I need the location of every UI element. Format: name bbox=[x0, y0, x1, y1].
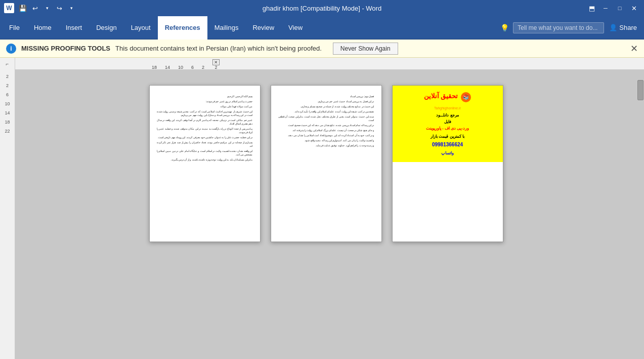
ad-line3: ورد-پی دی اف - پاورپوینت bbox=[398, 126, 498, 131]
page-2: فصل دوم: بررسی اسناد در این فصل به بررسی… bbox=[271, 85, 382, 242]
page-3: 📚 تحقیق آنلاین Tahghighonline.ir مرجع دا… bbox=[392, 85, 503, 242]
close-button[interactable]: ✕ bbox=[628, 2, 640, 14]
ad-line4: با کمترین قیمت بازار bbox=[398, 134, 498, 139]
tab-view[interactable]: View bbox=[281, 16, 310, 39]
tab-insert[interactable]: Insert bbox=[59, 16, 90, 39]
word-icon: W bbox=[4, 3, 14, 13]
ruler-horizontal-area: ⌐ 18 14 10 6 2 ✕ 2 bbox=[0, 58, 644, 70]
notification-close-button[interactable]: ✕ bbox=[630, 44, 638, 53]
notification-bar: i MISSING PROOFING TOOLS This document c… bbox=[0, 39, 644, 58]
tab-design[interactable]: Design bbox=[89, 16, 123, 39]
tab-file[interactable]: File bbox=[2, 16, 27, 39]
tab-home[interactable]: Home bbox=[27, 16, 59, 39]
ruler-mark-2b: ✕ 2 bbox=[212, 60, 220, 70]
info-icon: i bbox=[6, 44, 16, 54]
ad-line1: مرجع دانلـــود bbox=[398, 112, 498, 118]
tab-stop-icon: ⌐ bbox=[6, 61, 9, 67]
ad-line2: فایل bbox=[398, 119, 498, 125]
never-show-again-button[interactable]: Never Show Again bbox=[333, 43, 398, 55]
redo-button[interactable]: ↪ bbox=[54, 3, 65, 14]
tab-review[interactable]: Review bbox=[245, 16, 281, 39]
vruler-mark-6: 6 bbox=[6, 90, 9, 99]
vruler-mark-10: 10 bbox=[5, 99, 10, 108]
main-area: 2 2 6 10 14 18 22 بسم الله الرحمن الرحیم… bbox=[0, 70, 644, 359]
ruler-vertical: 2 2 6 10 14 18 22 bbox=[0, 70, 15, 359]
title-bar-controls: ⬒ ─ □ ✕ bbox=[586, 2, 640, 14]
title-bar: W 💾 ↩ ▾ ↪ ▾ ghadir khom [Compatibility M… bbox=[0, 0, 644, 16]
page-3-ad: 📚 تحقیق آنلاین Tahghighonline.ir مرجع دا… bbox=[393, 86, 503, 162]
vruler-mark-2a: 2 bbox=[6, 72, 9, 81]
search-input[interactable] bbox=[513, 22, 604, 33]
ruler-mark-2a: 2 bbox=[202, 65, 204, 70]
restore-button[interactable]: □ bbox=[614, 2, 626, 14]
canvas-area[interactable]: بسم الله الرحمن الرحیم حضرت پیامبر اسلام… bbox=[15, 70, 637, 359]
ad-messenger: واتساپ bbox=[398, 150, 498, 156]
page-1: بسم الله الرحمن الرحیم حضرت پیامبر اسلام… bbox=[149, 85, 261, 242]
page-1-content: بسم الله الرحمن الرحیم حضرت پیامبر اسلام… bbox=[150, 86, 260, 172]
title-bar-title: ghadir khom [Compatibility Mode] - Word bbox=[263, 5, 381, 12]
ruler-mark-18: 18 bbox=[152, 65, 157, 70]
tab-mailings[interactable]: Mailings bbox=[207, 16, 246, 39]
undo-dropdown-button[interactable]: ▾ bbox=[41, 3, 53, 14]
notification-message: This document contains text in Persian (… bbox=[115, 45, 322, 52]
page-2-content: فصل دوم: بررسی اسناد در این فصل به بررسی… bbox=[271, 86, 381, 158]
quick-access-toolbar: 💾 ↩ ▾ ↪ ▾ bbox=[17, 3, 77, 14]
notification-title: MISSING PROOFING TOOLS bbox=[21, 45, 110, 52]
ruler-mark-6: 6 bbox=[191, 65, 194, 70]
ad-logo-icon: 📚 bbox=[461, 92, 471, 102]
title-bar-left: W 💾 ↩ ▾ ↪ ▾ bbox=[4, 3, 77, 14]
vruler-mark-22: 22 bbox=[5, 127, 10, 136]
ribbon-search-area: 💡 bbox=[500, 22, 604, 33]
ruler-mark-14: 14 bbox=[165, 65, 170, 70]
vruler-mark-14: 14 bbox=[5, 108, 10, 117]
save-button[interactable]: 💾 bbox=[17, 3, 28, 14]
customize-button[interactable]: ▾ bbox=[66, 3, 77, 14]
title-bar-background-icon: ⬒ bbox=[586, 3, 597, 14]
tab-layout[interactable]: Layout bbox=[124, 16, 158, 39]
ruler-mark-10: 10 bbox=[178, 65, 183, 70]
share-button[interactable]: 👤 Share bbox=[604, 22, 642, 33]
undo-button[interactable]: ↩ bbox=[29, 3, 40, 14]
ad-phone: 09981366624 bbox=[398, 141, 498, 148]
scroll-thumb[interactable] bbox=[637, 80, 643, 100]
ad-logo-area: 📚 تحقیق آنلاین bbox=[398, 92, 498, 103]
vruler-mark-2b: 2 bbox=[6, 81, 9, 90]
tab-references[interactable]: References bbox=[158, 16, 207, 39]
ad-title: تحقیق آنلاین bbox=[424, 92, 458, 101]
ad-site: Tahghighonline.ir bbox=[398, 106, 498, 111]
minimize-button[interactable]: ─ bbox=[599, 2, 612, 14]
vertical-scrollbar[interactable] bbox=[637, 70, 644, 359]
ruler-marks: 18 14 10 6 2 ✕ 2 bbox=[152, 60, 220, 70]
ruler-horizontal: 18 14 10 6 2 ✕ 2 bbox=[15, 58, 644, 69]
vruler-mark-18: 18 bbox=[5, 117, 10, 127]
lightbulb-icon: 💡 bbox=[500, 24, 509, 32]
ruler-corner: ⌐ bbox=[0, 58, 15, 70]
ribbon: File Home Insert Design Layout Reference… bbox=[0, 16, 644, 39]
person-icon: 👤 bbox=[609, 24, 617, 31]
